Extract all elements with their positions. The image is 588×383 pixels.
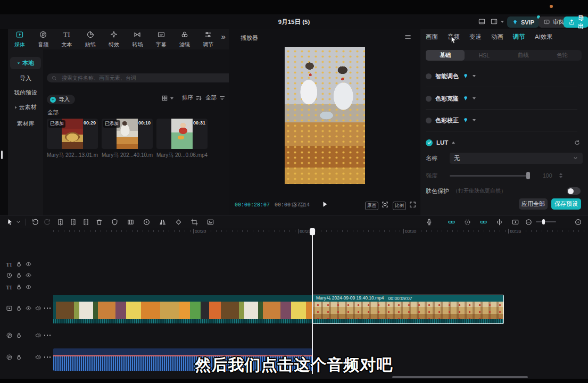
lock-icon[interactable] <box>14 261 23 268</box>
tab-adjust[interactable]: 调节 <box>197 30 219 48</box>
tab-animation[interactable]: 动画 <box>491 33 503 41</box>
delete-icon[interactable] <box>95 218 103 226</box>
reset-icon[interactable] <box>574 139 581 146</box>
lut-name-select[interactable]: 无 <box>450 153 583 164</box>
tab-filters[interactable]: 滤镜 <box>174 30 195 48</box>
import-button[interactable]: 导入 <box>47 95 75 104</box>
panel-layout-icon[interactable] <box>490 18 498 26</box>
subtab-curves[interactable]: 曲线 <box>504 50 543 61</box>
auto-snap-icon[interactable] <box>463 218 471 226</box>
sort-control[interactable]: 排序 <box>182 94 202 102</box>
split-left-icon[interactable] <box>69 218 77 226</box>
stepper-icon[interactable] <box>559 173 562 178</box>
expand-caret-icon[interactable] <box>473 97 476 99</box>
lock-icon[interactable] <box>14 284 23 290</box>
screen-preview-icon[interactable] <box>511 218 519 226</box>
tab-sticker[interactable]: 贴纸 <box>80 30 101 48</box>
toggle-circle[interactable] <box>426 73 432 79</box>
video-clip-selected[interactable]: Mary马 2024-09-09 19.40.10.mp4 00:00:09:0… <box>312 295 504 324</box>
visibility-icon[interactable] <box>23 305 33 312</box>
quality-button[interactable]: 原画 <box>365 202 378 210</box>
split-right-icon[interactable] <box>82 218 90 226</box>
more-icon[interactable] <box>43 307 52 309</box>
sidebar-item-local[interactable]: 本地 <box>10 57 41 69</box>
tab-effects[interactable]: 特效 <box>103 30 125 48</box>
rotate-icon[interactable] <box>175 218 183 226</box>
record-voiceover-icon[interactable] <box>425 218 433 226</box>
subtab-hsl[interactable]: HSL <box>465 50 503 61</box>
export-button[interactable]: 导出 <box>564 16 588 28</box>
media-clip-card[interactable]: 00:31 Mary马 20...0.06.mp4 <box>156 119 208 159</box>
toggle-circle[interactable] <box>426 96 432 102</box>
toggle-circle[interactable] <box>426 118 432 123</box>
tab-picture[interactable]: 画面 <box>426 33 438 41</box>
panel-collapse-handle[interactable] <box>1 151 3 159</box>
track-header-video[interactable] <box>4 305 52 312</box>
layout-caret-icon[interactable] <box>501 21 504 23</box>
sidebar-item-presets[interactable]: 我的预设 <box>10 87 41 99</box>
select-tool-icon[interactable] <box>6 218 14 226</box>
prev-frame-icon[interactable] <box>291 201 298 209</box>
tab-speed[interactable]: 变速 <box>469 33 482 41</box>
slider-handle[interactable] <box>526 172 530 179</box>
tabs-more-icon[interactable]: » <box>221 32 228 47</box>
split-icon[interactable] <box>56 218 64 226</box>
more-icon[interactable] <box>43 335 52 336</box>
tab-transition[interactable]: 转场 <box>127 30 148 48</box>
tab-media[interactable]: 媒体 <box>9 30 30 48</box>
timeline-ruler[interactable]: 00:20 00:25 00:30 00:35 00:40 <box>53 228 588 237</box>
reverse-icon[interactable] <box>143 218 151 226</box>
track-header-audio1[interactable] <box>4 332 52 339</box>
lock-icon[interactable] <box>14 332 23 339</box>
apply-all-button[interactable]: 应用全部 <box>519 198 548 210</box>
tab-audio[interactable]: 音频 <box>32 30 54 48</box>
option-color-clone[interactable]: 色彩克隆 <box>426 93 583 104</box>
sidebar-item-cloud[interactable]: 云素材 <box>10 101 41 113</box>
freeze-frame-icon[interactable] <box>127 218 135 226</box>
fullscreen-icon[interactable] <box>409 201 417 209</box>
tab-captions[interactable]: 字幕 <box>151 30 172 48</box>
video-clip-left[interactable] <box>53 295 312 323</box>
player-menu-icon[interactable] <box>404 33 412 41</box>
mask-icon[interactable] <box>111 218 119 226</box>
skin-protect-toggle[interactable] <box>567 187 581 195</box>
linkage-icon[interactable] <box>479 218 487 226</box>
redo-icon[interactable] <box>44 218 52 226</box>
player-video-frame[interactable] <box>285 47 365 184</box>
layout-toggle-icon[interactable] <box>478 18 486 26</box>
option-color-correct[interactable]: 色彩校正 <box>426 115 583 126</box>
mute-icon[interactable] <box>33 305 43 312</box>
ratio-button[interactable]: 比例 <box>393 202 406 210</box>
next-frame-icon[interactable] <box>298 201 305 209</box>
option-smart-color[interactable]: 智能调色 <box>426 71 583 81</box>
svip-button[interactable]: SVIP <box>507 16 539 28</box>
lock-icon[interactable] <box>14 305 23 312</box>
visibility-icon[interactable] <box>23 272 33 279</box>
crop-icon[interactable] <box>191 218 198 226</box>
mirror-icon[interactable] <box>159 218 167 226</box>
playhead-line[interactable] <box>312 230 313 374</box>
lut-checkbox[interactable] <box>426 139 433 146</box>
timeline-zoom-slider[interactable] <box>536 221 556 222</box>
search-bar[interactable] <box>47 73 234 82</box>
save-preset-button[interactable]: 保存预设 <box>551 198 581 210</box>
tab-adjustment[interactable]: 调节 <box>513 33 525 41</box>
replace-image-icon[interactable] <box>206 218 214 226</box>
preview-axis-icon[interactable] <box>495 218 503 226</box>
strength-slider[interactable] <box>450 175 529 177</box>
lock-icon[interactable] <box>14 272 23 279</box>
tab-text[interactable]: TI文本 <box>56 30 78 48</box>
zoom-fit-icon[interactable] <box>574 218 582 226</box>
play-button[interactable] <box>320 200 329 209</box>
tab-ai-effects[interactable]: AI效果 <box>535 33 553 41</box>
mute-icon[interactable] <box>33 332 43 339</box>
expand-caret-icon[interactable] <box>473 119 476 121</box>
visibility-icon[interactable] <box>23 261 33 268</box>
media-clip-card[interactable]: 已添加 00:29 Mary马 202...13.01.mp4 <box>47 119 98 159</box>
filter-control[interactable]: 全部 <box>205 94 226 102</box>
sidebar-item-library[interactable]: 素材库 <box>10 118 41 130</box>
preview-focus-icon[interactable] <box>381 201 389 209</box>
undo-icon[interactable] <box>31 218 39 226</box>
track-header-effect[interactable] <box>4 272 33 279</box>
track-header-text1[interactable]: TI <box>4 261 33 268</box>
